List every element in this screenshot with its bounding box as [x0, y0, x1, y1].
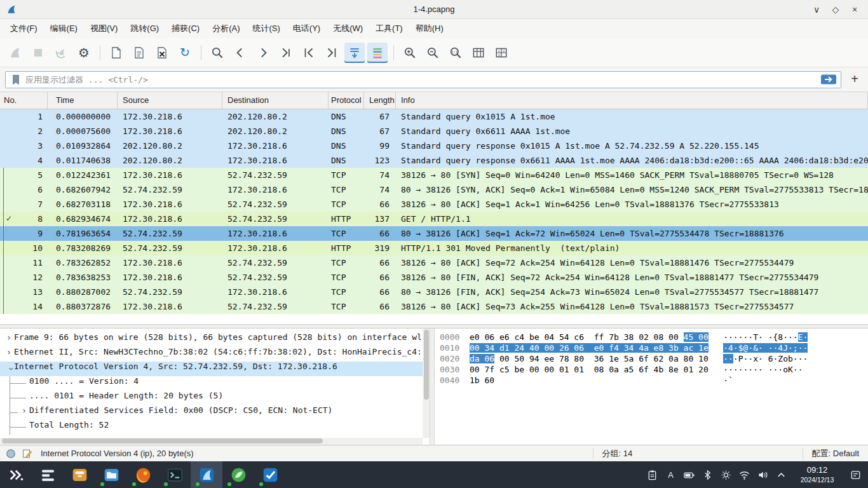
- capture-comment-icon[interactable]: [22, 448, 33, 459]
- menu-tools[interactable]: 工具(T): [369, 19, 409, 38]
- expand-icon[interactable]: ›: [19, 405, 29, 420]
- taskbar-clock[interactable]: 09:12 2024/12/13: [790, 465, 844, 484]
- column-header-info[interactable]: Info: [396, 92, 868, 109]
- expand-icon[interactable]: ›: [4, 347, 14, 362]
- tray-bluetooth[interactable]: [698, 461, 717, 488]
- column-header-protocol[interactable]: Protocol: [329, 92, 364, 109]
- open-file-button[interactable]: [106, 43, 126, 63]
- maximize-button[interactable]: ◇: [827, 3, 844, 17]
- display-filter-input[interactable]: [24, 74, 820, 85]
- app-terminal[interactable]: [159, 461, 191, 488]
- app-file-manager[interactable]: [95, 461, 127, 488]
- packet-details-pane[interactable]: ›Frame 9: 66 bytes on wire (528 bits), 6…: [0, 329, 430, 445]
- close-file-button[interactable]: [152, 43, 172, 63]
- packet-row-13[interactable]: 130.88028700252.74.232.59172.30.218.6TCP…: [0, 285, 868, 299]
- hex-dump-pane[interactable]: 0000 e0 06 e6 c4 be 04 54 c6 ff 7b 38 02…: [435, 329, 868, 445]
- detail-line[interactable]: ›Differentiated Services Field: 0x00 (DS…: [0, 405, 430, 420]
- menu-file[interactable]: 文件(F): [4, 19, 44, 38]
- collapse-icon[interactable]: ›: [2, 364, 17, 374]
- packet-row-12[interactable]: 120.783638253172.30.218.652.74.232.59TCP…: [0, 270, 868, 285]
- detail-line[interactable]: Total Length: 52: [0, 420, 430, 435]
- capture-options-button[interactable]: ⚙: [74, 43, 94, 63]
- details-horizontal-scrollb[interactable]: [0, 438, 423, 445]
- app-wireshark[interactable]: [191, 461, 222, 488]
- display-filter-field[interactable]: [5, 71, 841, 88]
- packet-row-8[interactable]: 80.682934674172.30.218.652.74.232.59HTTP…: [0, 212, 868, 226]
- packet-row-4[interactable]: 40.011740638202.120.80.2172.30.218.6DNS1…: [0, 153, 868, 168]
- hex-row[interactable]: 0000 e0 06 e6 c4 be 04 54 c6 ff 7b 38 02…: [440, 332, 868, 343]
- packet-row-6[interactable]: 60.68260794252.74.232.59172.30.218.6TCP7…: [0, 182, 868, 197]
- apply-filter-button[interactable]: [820, 73, 837, 86]
- packet-row-9[interactable]: 90.78196365452.74.232.59172.30.218.6TCP6…: [0, 226, 868, 241]
- hex-row[interactable]: 0040 1b 60 ·`: [440, 376, 868, 386]
- packet-row-2[interactable]: 20.000075600172.30.218.6202.120.80.2DNS6…: [0, 124, 868, 139]
- packet-row-5[interactable]: 50.012242361172.30.218.652.74.232.59TCP7…: [0, 168, 868, 182]
- tray-network[interactable]: [735, 461, 754, 488]
- column-header-length[interactable]: Length: [364, 92, 396, 109]
- zoom-reset-button[interactable]: 1:1: [445, 43, 466, 63]
- packet-row-10[interactable]: 100.78320826952.74.232.59172.30.218.6HTT…: [0, 241, 868, 255]
- expert-info-icon[interactable]: [5, 448, 17, 459]
- menu-go[interactable]: 跳转(G): [124, 19, 165, 38]
- menu-edit[interactable]: 编辑(E): [44, 19, 84, 38]
- packet-row-14[interactable]: 140.880372876172.30.218.652.74.232.59TCP…: [0, 299, 868, 314]
- menu-statistics[interactable]: 统计(S): [246, 19, 286, 38]
- app-firefox[interactable]: [127, 461, 159, 488]
- column-header-destination[interactable]: Destination: [222, 92, 329, 109]
- detail-line[interactable]: ›Frame 9: 66 bytes on wire (528 bits), 6…: [0, 332, 430, 347]
- resize-columns-button[interactable]: [468, 43, 489, 63]
- pane-splitter-horizontal[interactable]: [0, 324, 868, 329]
- task-view-button[interactable]: [32, 461, 64, 488]
- pane-splitter-vertical[interactable]: [430, 329, 435, 445]
- auto-scroll-toggle[interactable]: [344, 43, 365, 63]
- detail-line[interactable]: ›Ethernet II, Src: NewH3CTechno_7b:38:02…: [0, 347, 430, 362]
- detail-line[interactable]: ›Internet Protocol Version 4, Src: 52.74…: [0, 362, 430, 376]
- menu-analyze[interactable]: 分析(A): [206, 19, 246, 38]
- tray-volume[interactable]: [754, 461, 772, 488]
- menu-help[interactable]: 帮助(H): [409, 19, 450, 38]
- packet-row-7[interactable]: 70.682703118172.30.218.652.74.232.59TCP6…: [0, 197, 868, 212]
- go-forward-button[interactable]: [253, 43, 273, 63]
- packet-row-1[interactable]: 10.000000000172.30.218.6202.120.80.2DNS6…: [0, 109, 868, 124]
- expand-icon[interactable]: ›: [4, 332, 14, 347]
- packet-row-3[interactable]: 30.010932864202.120.80.2172.30.218.6DNS9…: [0, 139, 868, 153]
- add-filter-button[interactable]: +: [846, 71, 863, 88]
- colorize-toggle[interactable]: [367, 43, 388, 63]
- menu-wireless[interactable]: 无线(W): [327, 19, 369, 38]
- statusbar-profile[interactable]: 配置: Default: [803, 448, 868, 459]
- details-vertical-scrollbar[interactable]: [423, 329, 430, 438]
- tray-brightness[interactable]: [717, 461, 735, 488]
- zoom-in-button[interactable]: [400, 43, 420, 63]
- hex-row[interactable]: 0030 00 7f c5 be 00 00 01 01 08 0a a5 6f…: [440, 365, 868, 376]
- scrollbar-thumb[interactable]: [424, 330, 429, 400]
- go-first-packet-button[interactable]: [299, 43, 319, 63]
- find-packet-button[interactable]: [207, 43, 227, 63]
- go-to-packet-button[interactable]: [276, 43, 296, 63]
- hex-row[interactable]: 0010 00 34 d1 24 40 00 26 06 e0 f4 34 4a…: [440, 343, 868, 354]
- app-green[interactable]: [222, 461, 254, 488]
- close-button[interactable]: ×: [846, 3, 863, 17]
- save-file-button[interactable]: [129, 43, 149, 63]
- start-menu-button[interactable]: [0, 461, 32, 488]
- menu-telephony[interactable]: 电话(Y): [287, 19, 327, 38]
- number-columns-button[interactable]: 123: [491, 43, 512, 63]
- packet-row-11[interactable]: 110.783262852172.30.218.652.74.232.59TCP…: [0, 255, 868, 270]
- zoom-out-button[interactable]: [423, 43, 443, 63]
- detail-line[interactable]: 0100 .... = Version: 4: [0, 376, 430, 391]
- tray-input-method[interactable]: A: [661, 461, 680, 488]
- detail-line[interactable]: .... 0101 = Header Length: 20 bytes (5): [0, 391, 430, 405]
- tray-clipboard[interactable]: [643, 461, 661, 488]
- packet-list-body[interactable]: 10.000000000172.30.218.6202.120.80.2DNS6…: [0, 109, 868, 324]
- tray-expand[interactable]: [772, 461, 790, 488]
- tray-battery[interactable]: [680, 461, 698, 488]
- scrollbar-thumb[interactable]: [2, 438, 323, 444]
- menu-capture[interactable]: 捕获(C): [165, 19, 206, 38]
- app-software-center[interactable]: [64, 461, 95, 488]
- go-back-button[interactable]: [230, 43, 250, 63]
- minimize-button[interactable]: ∨: [808, 3, 825, 17]
- column-header-source[interactable]: Source: [118, 92, 222, 109]
- column-header-no[interactable]: No.: [0, 92, 48, 109]
- go-last-packet-button[interactable]: [322, 43, 342, 63]
- hex-row[interactable]: 0020 da 06 00 50 94 ee 78 80 36 1e 5a 6f…: [440, 354, 868, 365]
- reload-file-button[interactable]: ↻: [175, 43, 195, 63]
